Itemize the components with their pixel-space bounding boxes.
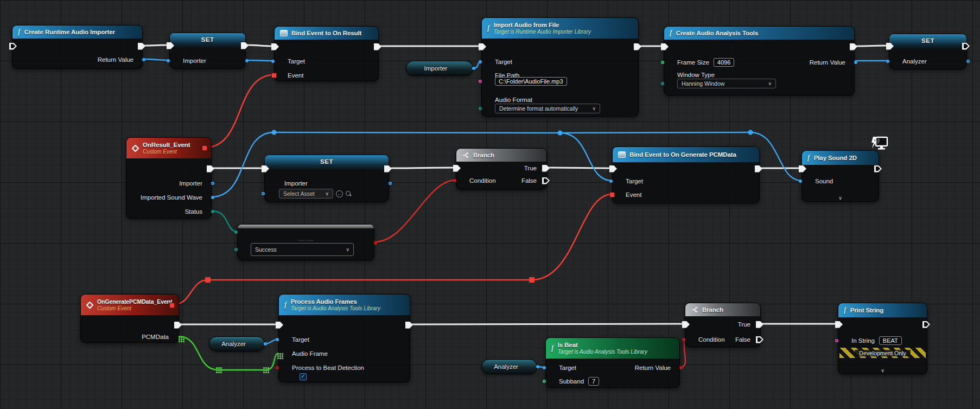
delegate-out-pin[interactable] <box>169 303 175 308</box>
in-string-pin[interactable] <box>835 339 838 342</box>
node-play-sound-2d[interactable]: f Play Sound 2D Sound <box>801 150 879 202</box>
node-bind-event-to-on-generate-pcmdata[interactable]: Bind Event to On Generate PCMData Target… <box>612 146 760 203</box>
status-pin[interactable] <box>211 210 214 213</box>
node-equal-enum[interactable]: == Success <box>237 224 374 260</box>
audio-frame-array-pin[interactable] <box>277 353 279 355</box>
return-value-pin[interactable] <box>142 58 145 61</box>
analyzer-out-pin[interactable] <box>264 342 267 346</box>
enum-value-dropdown[interactable]: Success <box>251 243 354 256</box>
importer-in-pin[interactable] <box>167 59 170 62</box>
input-b-pin[interactable] <box>234 248 238 251</box>
node-set-importer-2[interactable]: SET Importer Select Asset ← <box>264 155 389 202</box>
node-is-beat[interactable]: f Is Beat Target is Audio Analysis Tools… <box>545 337 680 388</box>
condition-pin[interactable] <box>453 179 456 182</box>
importer-out-pin[interactable] <box>211 182 214 185</box>
file-path-pin[interactable] <box>479 80 482 83</box>
exec-out-pin[interactable] <box>850 43 857 50</box>
var-get-importer[interactable]: Importer <box>406 61 473 76</box>
advanced-pins-chevron-icon[interactable] <box>838 368 927 373</box>
importer-out-pin[interactable] <box>472 67 475 70</box>
true-out-pin[interactable] <box>542 165 550 172</box>
exec-in-pin[interactable] <box>799 165 806 172</box>
exec-in-pin[interactable] <box>262 165 269 172</box>
exec-out-pin[interactable] <box>374 43 381 50</box>
return-value-pin[interactable] <box>679 366 683 369</box>
exec-out-pin[interactable] <box>755 165 762 172</box>
imported-sound-wave-pin[interactable] <box>211 196 214 199</box>
target-pin[interactable] <box>271 60 275 63</box>
browse-asset-icon[interactable] <box>345 190 352 197</box>
exec-in-pin[interactable] <box>886 43 894 50</box>
analyzer-out-pin[interactable] <box>966 60 970 63</box>
advanced-pins-chevron-icon[interactable] <box>802 195 879 201</box>
result-pin[interactable] <box>374 241 377 245</box>
return-value-pin[interactable] <box>854 61 857 64</box>
target-pin[interactable] <box>609 180 613 183</box>
condition-pin[interactable] <box>682 338 685 341</box>
false-out-pin[interactable] <box>756 336 763 343</box>
audio-format-pin[interactable] <box>479 107 482 110</box>
window-type-dropdown[interactable]: Hanning Window <box>677 79 776 88</box>
node-set-importer-1[interactable]: SET Importer <box>169 33 246 69</box>
exec-out-pin[interactable] <box>962 43 970 50</box>
in-string-input[interactable]: BEAT <box>879 336 902 345</box>
file-path-input[interactable]: C:\Folder\AudioFile.mp3 <box>495 77 567 86</box>
event-pin[interactable] <box>271 73 277 78</box>
node-set-analyzer[interactable]: SET Analyzer <box>889 34 967 69</box>
node-branch-1[interactable]: Branch True Condition False <box>456 148 547 190</box>
node-process-audio-frames[interactable]: f Process Audio Frames Target is Audio A… <box>278 294 410 382</box>
exec-in-pin[interactable] <box>479 43 486 50</box>
var-get-analyzer-2[interactable]: Analyzer <box>481 359 537 374</box>
exec-in-pin[interactable] <box>271 43 279 50</box>
exec-out-pin[interactable] <box>922 321 930 328</box>
false-out-pin[interactable] <box>542 177 550 184</box>
array-reroute[interactable] <box>263 367 269 373</box>
importer-out-pin[interactable] <box>389 182 392 185</box>
analyzer-out-pin[interactable] <box>536 365 539 368</box>
select-asset-dropdown[interactable]: Select Asset <box>279 189 333 199</box>
importer-out-pin[interactable] <box>245 59 249 62</box>
sound-pin[interactable] <box>799 180 802 183</box>
node-import-audio-from-file[interactable]: f Import Audio from File Target is Runti… <box>481 17 639 117</box>
target-pin[interactable] <box>276 338 279 341</box>
exec-in-pin[interactable] <box>276 322 283 329</box>
exec-out-pin[interactable] <box>405 322 413 329</box>
input-a-pin[interactable] <box>234 231 238 234</box>
process-to-beat-detection-pin[interactable] <box>276 366 279 369</box>
subband-pin[interactable] <box>543 380 546 383</box>
var-get-analyzer-1[interactable]: Analyzer <box>209 336 265 352</box>
target-pin[interactable] <box>479 60 482 63</box>
exec-in-pin[interactable] <box>661 43 669 50</box>
exec-out-pin[interactable] <box>384 165 392 172</box>
exec-out-pin[interactable] <box>138 43 145 50</box>
exec-in-pin[interactable] <box>9 43 17 50</box>
blueprint-graph-canvas[interactable]: f Create Runtime Audio Importer Return V… <box>0 0 980 409</box>
window-type-pin[interactable] <box>661 82 664 85</box>
beat-detection-checkbox[interactable]: ✓ <box>300 373 307 380</box>
importer-in-pin[interactable] <box>262 192 265 195</box>
node-onresult-event[interactable]: OnResult_Event Custom Event Importer Imp… <box>126 137 212 219</box>
exec-in-pin[interactable] <box>609 165 617 172</box>
pcmdata-array-pin[interactable] <box>179 336 180 338</box>
subband-input[interactable]: 7 <box>588 377 599 386</box>
exec-out-pin[interactable] <box>241 42 249 49</box>
event-pin[interactable] <box>609 192 615 197</box>
exec-out-pin[interactable] <box>634 43 641 50</box>
target-pin[interactable] <box>543 366 546 369</box>
node-ongeneratepcmdata-event[interactable]: OnGeneratePCMData_Event Custom Event PCM… <box>80 294 179 343</box>
exec-out-pin[interactable] <box>874 165 882 172</box>
enum-wire[interactable] <box>212 211 237 232</box>
node-branch-2[interactable]: Branch True Condition False <box>685 303 761 347</box>
exec-out-pin[interactable] <box>207 165 214 172</box>
node-bind-event-to-on-result[interactable]: Bind Event to On Result Target Event <box>274 26 379 81</box>
array-reroute[interactable] <box>216 367 222 373</box>
node-create-runtime-audio-importer[interactable]: f Create Runtime Audio Importer Return V… <box>12 25 143 69</box>
true-out-pin[interactable] <box>756 321 763 328</box>
frame-size-input[interactable]: 4096 <box>714 58 734 67</box>
audio-format-dropdown[interactable]: Determine format automatically <box>495 104 600 113</box>
delegate-out-pin[interactable] <box>202 145 207 151</box>
exec-out-pin[interactable] <box>174 322 182 329</box>
analyzer-in-pin[interactable] <box>886 60 889 63</box>
exec-in-pin[interactable] <box>682 321 690 328</box>
exec-in-pin[interactable] <box>453 165 461 172</box>
